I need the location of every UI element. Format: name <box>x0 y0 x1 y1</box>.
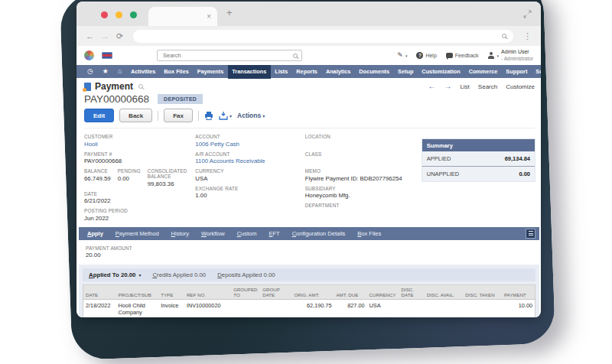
tab-eft[interactable]: EFT <box>262 227 285 240</box>
browser-back-icon[interactable]: ← <box>86 32 94 41</box>
summary-box: Summary APPLIED 69,134.84 UNAPPLIED 0.00 <box>422 139 535 181</box>
print-button[interactable] <box>204 112 213 120</box>
list-link[interactable]: List <box>460 83 469 90</box>
zoom-window-button[interactable] <box>130 11 137 18</box>
back-button[interactable]: Back <box>119 109 152 122</box>
applied-label: APPLIED <box>427 155 451 162</box>
record-nav-links: ← → List Search Customize <box>428 83 535 90</box>
flag-icon[interactable] <box>102 52 112 59</box>
tab-history[interactable]: History <box>165 227 195 240</box>
recent-records-icon[interactable]: ◷ <box>83 68 98 75</box>
nav-item-documents[interactable]: Documents <box>355 65 394 79</box>
feedback-button[interactable]: Feedback <box>446 53 479 58</box>
col-payment: PAYMENT <box>502 285 536 300</box>
global-search-box[interactable] <box>157 50 302 61</box>
project-cell: Hooli Child Company <box>116 300 159 318</box>
nav-item-lists[interactable]: Lists <box>271 65 292 79</box>
nav-item-payments[interactable]: Payments <box>193 65 227 79</box>
user-menu[interactable]: ▾ Admin User - Administrator <box>488 49 533 61</box>
nav-item-analytics[interactable]: Analytics <box>321 65 354 79</box>
actions-menu[interactable]: Actions ▾ <box>237 112 265 119</box>
account-link[interactable]: 1006 Petty Cash <box>195 141 304 148</box>
expand-window-icon[interactable] <box>523 8 532 21</box>
tab-payment-method[interactable]: Payment Method <box>109 227 165 240</box>
minimize-window-button[interactable] <box>116 11 122 18</box>
record-search-icon[interactable] <box>138 84 143 89</box>
fax-button[interactable]: Fax <box>164 109 193 122</box>
col-group-date: GROUP DATE <box>260 285 291 300</box>
browser-window: × + ← → ⟳ ⋮ ✎ ▾ ? Help <box>76 2 541 317</box>
customize-link[interactable]: Customize <box>506 83 535 90</box>
payment-cell: 10.00 <box>502 300 536 318</box>
tab-menu-icon[interactable] <box>526 229 536 239</box>
col-orig-amt: ORIG. AMT. <box>291 285 334 300</box>
question-icon: ? <box>416 52 423 59</box>
search-link[interactable]: Search <box>478 83 497 90</box>
record-id-row: PAY00000668 DEPOSITED <box>84 93 535 105</box>
applied-invoices-table: DATE PROJECT/SUB TYPE REF NO. GROUPED TO… <box>83 284 536 317</box>
quick-add-button[interactable]: ✎ ▾ <box>397 52 407 59</box>
disc-avail-cell <box>425 300 463 318</box>
invoice-type-link[interactable]: Invoice <box>158 300 184 318</box>
tab-workflow[interactable]: Workflow <box>195 227 231 240</box>
caret-down-icon: ▾ <box>497 54 500 58</box>
tab-box-files[interactable]: Box Files <box>351 227 387 240</box>
user-info: Admin User - Administrator <box>501 49 533 61</box>
nav-item-suitesocial[interactable]: SuiteSocial <box>532 65 541 79</box>
record-tab-bar: Apply Payment Method History Workflow Cu… <box>79 227 539 240</box>
tab-configuration-details[interactable]: Configuration Details <box>286 227 352 240</box>
nav-item-box-files[interactable]: Box Files <box>160 65 193 79</box>
nav-item-customization[interactable]: Customization <box>418 65 464 79</box>
new-tab-button[interactable]: + <box>226 7 233 18</box>
window-controls <box>101 11 137 18</box>
nav-item-support[interactable]: Support <box>502 65 532 79</box>
nav-item-activities[interactable]: Activities <box>126 65 159 79</box>
printer-icon <box>204 112 213 120</box>
user-icon <box>488 52 495 59</box>
currency-cell: USA <box>367 300 399 318</box>
netsuite-logo-icon[interactable] <box>84 50 94 60</box>
browser-address-bar: ← → ⟳ ⋮ <box>76 26 541 46</box>
unapplied-value: 0.00 <box>519 171 530 177</box>
nav-item-commerce[interactable]: Commerce <box>464 65 502 79</box>
tab-apply[interactable]: Apply <box>81 227 109 240</box>
feedback-bubble-icon <box>446 53 453 58</box>
browser-tab[interactable]: × <box>148 7 217 26</box>
previous-record-icon[interactable]: ← <box>428 83 435 90</box>
subtab-applied-to[interactable]: Applied To 20.00 <box>89 271 135 278</box>
shortcuts-star-icon[interactable]: ★ <box>98 68 113 75</box>
field-department: DEPARTMENT <box>305 203 422 216</box>
field-customer: CUSTOMER Hooli <box>84 134 195 148</box>
search-icon <box>293 54 298 58</box>
export-button[interactable]: ▾ <box>219 112 232 120</box>
subtab-deposits-applied[interactable]: Deposits Applied 0.00 <box>217 271 275 278</box>
next-record-icon[interactable]: → <box>444 83 451 90</box>
browser-refresh-icon[interactable]: ⟳ <box>116 32 123 41</box>
close-window-button[interactable] <box>101 11 108 18</box>
home-icon[interactable]: ⌂ <box>113 68 126 75</box>
tab-custom[interactable]: Custom <box>231 227 263 240</box>
ar-account-link[interactable]: 1100 Accounts Receivable <box>195 158 304 164</box>
tab-close-icon[interactable]: × <box>207 13 211 21</box>
field-payment-number: PAYMENT # PAY00000668 <box>84 151 195 165</box>
help-button[interactable]: ? Help <box>416 52 436 59</box>
field-account: ACCOUNT 1006 Petty Cash <box>195 134 304 148</box>
browser-forward-icon[interactable]: → <box>101 32 109 41</box>
nav-item-transactions[interactable]: Transactions <box>228 65 271 79</box>
customer-link[interactable]: Hooli <box>84 141 195 148</box>
record-fields: CUSTOMER Hooli PAYMENT # PAY00000668 BAL… <box>84 128 535 222</box>
col-grouped-to: GROUPED TO <box>231 285 260 300</box>
fields-column-2: ACCOUNT 1006 Petty Cash A/R ACCOUNT 1100… <box>195 134 304 222</box>
subtab-credits-applied[interactable]: Credits Applied 0.00 <box>152 271 206 278</box>
caret-down-icon: ▾ <box>262 113 265 119</box>
url-input[interactable] <box>133 32 513 45</box>
url-bar[interactable] <box>133 30 513 43</box>
global-search-input[interactable] <box>161 51 293 60</box>
field-memo: MEMO Flywire Payment ID: BDB207796254 <box>305 168 422 182</box>
apply-panel: Applied To 20.00 ▾ Credits Applied 0.00 … <box>79 265 539 317</box>
invoice-date-link[interactable]: 2/18/2022 <box>83 300 116 318</box>
edit-button[interactable]: Edit <box>84 109 114 122</box>
nav-item-setup[interactable]: Setup <box>394 65 418 79</box>
browser-menu-icon[interactable]: ⋮ <box>523 31 532 41</box>
nav-item-reports[interactable]: Reports <box>292 65 322 79</box>
